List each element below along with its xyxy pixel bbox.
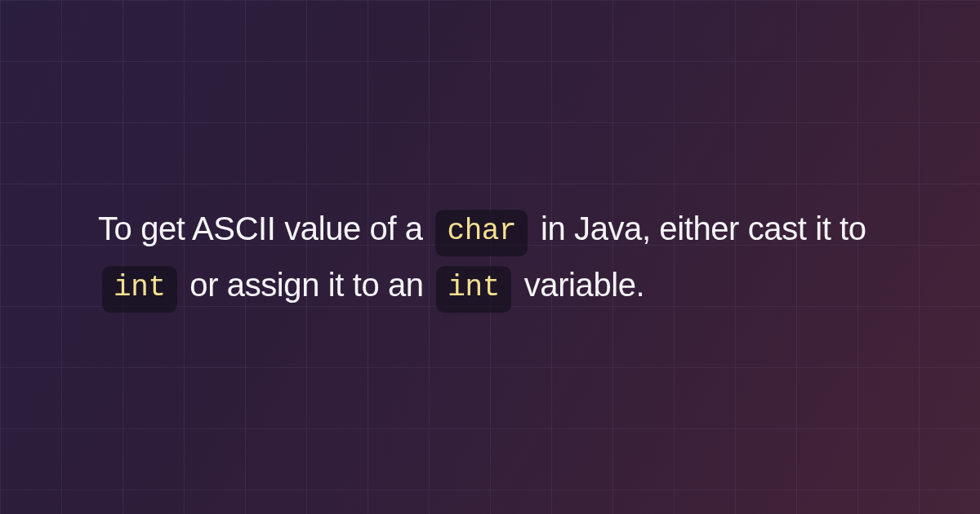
- text-segment: To get ASCII value of a: [98, 210, 431, 246]
- text-segment: in Java, either cast it to: [541, 210, 866, 246]
- code-int: int: [102, 266, 177, 312]
- content-text: To get ASCII value of a char in Java, ei…: [98, 201, 882, 313]
- code-char: char: [435, 210, 528, 256]
- text-segment: or assign it to an: [189, 267, 432, 303]
- text-segment: variable.: [524, 267, 645, 303]
- code-int: int: [436, 266, 511, 312]
